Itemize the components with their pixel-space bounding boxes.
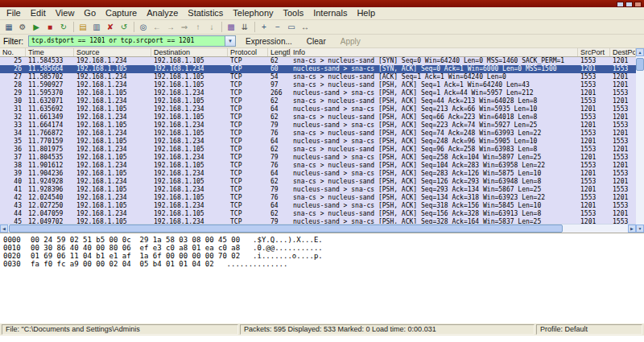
packet-row[interactable]: 3811.901612192.168.1.234192.168.1.105TCP… [0, 162, 644, 170]
filter-input[interactable]: tcp.dstport == 1201 or tcp.srcport == 12… [28, 35, 236, 47]
packet-row[interactable]: 3111.635692192.168.1.105192.168.1.234TCP… [0, 105, 644, 113]
packet-row[interactable]: 3611.801975192.168.1.234192.168.1.105TCP… [0, 146, 644, 154]
cell-length: 64 [268, 105, 291, 113]
packet-row[interactable]: 2911.595370192.168.1.105192.168.1.234TCP… [0, 89, 644, 97]
scroll-down-icon[interactable]: ▼ [636, 225, 644, 233]
status-profile[interactable]: Profile: Default [536, 324, 642, 335]
packet-row[interactable]: 2611.585664192.168.1.105192.168.1.234TCP… [0, 65, 644, 73]
go-to-packet-icon[interactable]: ⇒ [178, 21, 191, 33]
resize-columns-icon[interactable]: ↔ [299, 21, 312, 33]
cell-destination: 192.168.1.234 [151, 154, 228, 162]
column-header-length[interactable]: Length [268, 48, 291, 56]
column-header-destpor[interactable]: DestPor [610, 48, 636, 56]
hex-line[interactable]: 001000 30 86 40 40 00 80 06 ef e3 c0 a8 … [3, 244, 644, 252]
close-icon[interactable] [634, 2, 642, 7]
cell-info: nucleus-sand > sna-cs [PSH, ACK] Seq=293… [291, 186, 578, 194]
packet-row[interactable]: 4412.047059192.168.1.234192.168.1.105TCP… [0, 210, 644, 218]
menu-help[interactable]: Help [352, 7, 380, 19]
cell-destport: 1201 [610, 73, 636, 81]
menu-go[interactable]: Go [79, 7, 101, 19]
menu-view[interactable]: View [51, 7, 80, 19]
go-forward-icon[interactable]: → [164, 21, 177, 33]
menu-analyze[interactable]: Analyze [142, 7, 183, 19]
packet-row[interactable]: 3711.804535192.168.1.105192.168.1.234TCP… [0, 154, 644, 162]
restart-capture-icon[interactable]: ↻ [57, 21, 70, 33]
maximize-icon[interactable] [625, 2, 633, 7]
packet-row[interactable]: 4212.024540192.168.1.234192.168.1.105TCP… [0, 194, 644, 202]
menu-capture[interactable]: Capture [101, 7, 142, 19]
cell-no: 36 [0, 146, 26, 154]
save-file-icon[interactable]: ▥ [90, 21, 103, 33]
status-file: File: "C:\Documents and Settings\Adminis [2, 324, 238, 335]
window-controls [617, 2, 642, 7]
capture-options-icon[interactable]: ⚙ [16, 21, 29, 33]
menu-internals[interactable]: Internals [308, 7, 352, 19]
list-interfaces-icon[interactable]: ▦ [2, 21, 15, 33]
expression-button[interactable]: Expression... [241, 37, 297, 46]
go-last-icon[interactable]: ↓ [205, 21, 218, 33]
cell-protocol: TCP [228, 81, 268, 89]
packet-row[interactable]: 3911.904236192.168.1.105192.168.1.234TCP… [0, 170, 644, 178]
column-header-time[interactable]: Time [26, 48, 74, 56]
packet-row[interactable]: 2711.585702192.168.1.234192.168.1.105TCP… [0, 73, 644, 81]
scrollbar-thumb[interactable] [9, 225, 563, 233]
cell-destination: 192.168.1.105 [151, 130, 228, 138]
cell-protocol: TCP [228, 73, 268, 81]
reload-file-icon[interactable]: ↺ [118, 21, 130, 33]
column-header-no[interactable]: No. [0, 48, 26, 56]
go-back-icon[interactable]: ← [151, 21, 163, 33]
auto-scroll-icon[interactable]: ⇊ [238, 21, 251, 33]
menu-edit[interactable]: Edit [26, 7, 51, 19]
menu-statistics[interactable]: Statistics [183, 7, 228, 19]
chevron-down-icon[interactable]: ▼ [225, 36, 235, 46]
stop-capture-icon[interactable]: ■ [43, 21, 56, 33]
scroll-right-icon[interactable]: ▶ [628, 225, 636, 233]
filter-value[interactable]: tcp.dstport == 1201 or tcp.srcport == 12… [29, 36, 225, 46]
packet-row[interactable]: 2511.584533192.168.1.234192.168.1.105TCP… [0, 57, 644, 65]
minimize-icon[interactable] [617, 2, 624, 7]
cell-info: nucleus-sand > sna-cs [PSH, ACK] Seq=258… [291, 154, 578, 162]
open-file-icon[interactable]: ▤ [76, 21, 89, 33]
hex-line[interactable]: 000000 24 59 02 51 b5 00 0c 29 1a 58 03 … [3, 236, 644, 244]
find-packet-icon[interactable]: ◎ [137, 21, 150, 33]
packet-row[interactable]: 3411.766872192.168.1.234192.168.1.105TCP… [0, 130, 644, 138]
cell-source: 192.168.1.234 [74, 130, 151, 138]
column-header-srcport[interactable]: SrcPort [578, 48, 610, 56]
scroll-left-icon[interactable]: ◀ [0, 225, 8, 233]
packet-row[interactable]: 2811.590927192.168.1.234192.168.1.105TCP… [0, 81, 644, 89]
packet-row[interactable]: 4011.924928192.168.1.234192.168.1.105TCP… [0, 178, 644, 186]
scrollbar-thumb[interactable] [636, 58, 644, 71]
menu-telephony[interactable]: Telephony [228, 7, 278, 19]
colorize-icon[interactable]: ▩ [225, 21, 237, 33]
packet-row[interactable]: 4312.027250192.168.1.105192.168.1.234TCP… [0, 202, 644, 210]
start-capture-icon[interactable]: ▶ [30, 21, 43, 33]
column-header-source[interactable]: Source [74, 48, 151, 56]
packet-row[interactable]: 3011.632071192.168.1.234192.168.1.105TCP… [0, 97, 644, 105]
zoom-normal-icon[interactable]: ▭ [285, 21, 298, 33]
packet-row[interactable]: 4111.928396192.168.1.105192.168.1.234TCP… [0, 186, 644, 194]
clear-button[interactable]: Clear [302, 37, 331, 46]
menu-tools[interactable]: Tools [279, 7, 309, 19]
packet-row[interactable]: 3211.661349192.168.1.234192.168.1.105TCP… [0, 113, 644, 122]
packet-row[interactable]: 3311.664174192.168.1.105192.168.1.234TCP… [0, 122, 644, 130]
go-first-icon[interactable]: ↑ [192, 21, 204, 33]
packet-row[interactable]: 4512.049702192.168.1.105192.168.1.234TCP… [0, 218, 644, 224]
horizontal-scrollbar[interactable]: ◀ ▶ [0, 224, 644, 233]
column-header-destination[interactable]: Destination [151, 48, 228, 56]
packet-row[interactable]: 3511.770159192.168.1.105192.168.1.234TCP… [0, 138, 644, 146]
vertical-scrollbar[interactable]: ▲ ▼ [636, 48, 644, 233]
cell-info: sna-cs > nucleus-sand [PSH, ACK] Seq=66 … [291, 113, 578, 122]
packet-list: 2511.584533192.168.1.234192.168.1.105TCP… [0, 57, 644, 224]
column-header-protocol[interactable]: Protocol [228, 48, 268, 56]
hex-line[interactable]: 002001 69 06 11 04 b1 e1 af 1a 6f 00 00 … [3, 252, 644, 260]
zoom-out-icon[interactable]: − [271, 21, 284, 33]
column-header-info[interactable]: Info [291, 48, 578, 56]
zoom-in-icon[interactable]: + [258, 21, 270, 33]
cell-source: 192.168.1.105 [74, 186, 151, 194]
hex-line[interactable]: 0030fa f0 fc a9 00 00 02 04 05 b4 01 01 … [3, 260, 644, 268]
close-file-icon[interactable]: ✘ [104, 21, 117, 33]
cell-source: 192.168.1.234 [74, 81, 151, 89]
menu-file[interactable]: File [2, 7, 26, 19]
scroll-up-icon[interactable]: ▲ [636, 48, 644, 56]
apply-button[interactable]: Apply [336, 37, 365, 46]
